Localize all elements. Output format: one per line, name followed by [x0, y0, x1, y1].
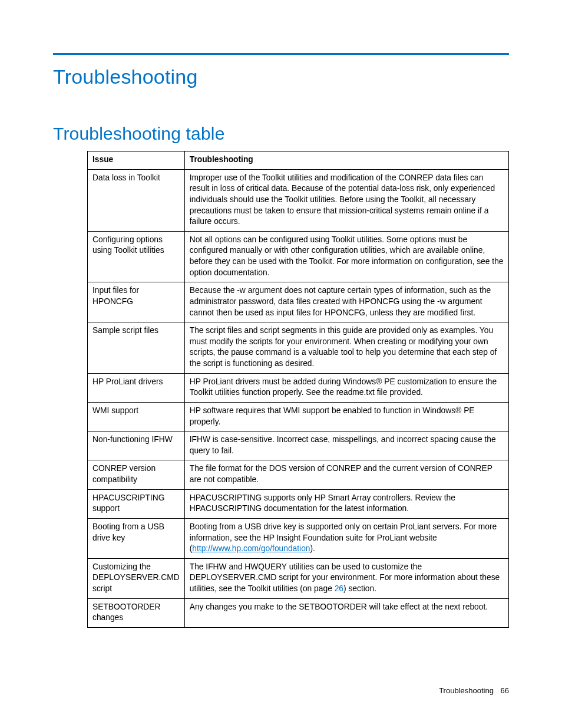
- trouble-cell: IFHW is case-sensitive. Incorrect case, …: [184, 431, 508, 460]
- issue-cell: HPACUSCRIPTING support: [88, 489, 185, 518]
- table-row: Input files for HPONCFG Because the -w a…: [88, 282, 509, 322]
- table-row: HP ProLiant drivers HP ProLiant drivers …: [88, 373, 509, 402]
- issue-cell: SETBOOTORDER changes: [88, 598, 185, 627]
- issue-cell: CONREP version compatibility: [88, 460, 185, 489]
- trouble-cell: Not all options can be configured using …: [184, 231, 508, 282]
- foundation-link[interactable]: http://www.hp.com/go/foundation: [192, 544, 310, 553]
- section-title: Troubleshooting table: [53, 124, 509, 144]
- chapter-title: Troubleshooting: [53, 65, 509, 88]
- issue-cell: Data loss in Toolkit: [88, 169, 185, 231]
- issue-cell: WMI support: [88, 402, 185, 431]
- table-row: HPACUSCRIPTING support HPACUSCRIPTING su…: [88, 489, 509, 518]
- table-row: Configuring options using Toolkit utilit…: [88, 231, 509, 282]
- issue-cell: Input files for HPONCFG: [88, 282, 185, 322]
- col-header-troubleshooting: Troubleshooting: [184, 151, 508, 170]
- troubleshooting-table-wrap: Issue Troubleshooting Data loss in Toolk…: [87, 151, 509, 628]
- trouble-cell: The IFHW and HWQUERY utilities can be us…: [184, 558, 508, 598]
- issue-cell: Non-functioning IFHW: [88, 431, 185, 460]
- footer-label: Troubleshooting: [439, 686, 494, 695]
- issue-cell: HP ProLiant drivers: [88, 373, 185, 402]
- trouble-text-post: ).: [310, 544, 315, 553]
- trouble-cell: Any changes you make to the SETBOOTORDER…: [184, 598, 508, 627]
- issue-cell: Sample script files: [88, 322, 185, 374]
- troubleshooting-table: Issue Troubleshooting Data loss in Toolk…: [87, 151, 509, 628]
- table-row: Data loss in Toolkit Improper use of the…: [88, 169, 509, 231]
- table-row: SETBOOTORDER changes Any changes you mak…: [88, 598, 509, 627]
- trouble-cell: HPACUSCRIPTING supports only HP Smart Ar…: [184, 489, 508, 518]
- table-row: CONREP version compatibility The file fo…: [88, 460, 509, 489]
- table-row: WMI support HP software requires that WM…: [88, 402, 509, 431]
- trouble-cell: The file format for the DOS version of C…: [184, 460, 508, 489]
- trouble-cell: The script files and script segments in …: [184, 322, 508, 374]
- trouble-cell: Booting from a USB drive key is supporte…: [184, 518, 508, 558]
- trouble-cell: HP ProLiant drivers must be added during…: [184, 373, 508, 402]
- top-rule: [53, 53, 509, 55]
- trouble-cell: Improper use of the Toolkit utilities an…: [184, 169, 508, 231]
- table-row: Non-functioning IFHW IFHW is case-sensit…: [88, 431, 509, 460]
- page: Troubleshooting Troubleshooting table Is…: [0, 0, 562, 728]
- trouble-cell: Because the -w argument does not capture…: [184, 282, 508, 322]
- table-row: Booting from a USB drive key Booting fro…: [88, 518, 509, 558]
- page-reference[interactable]: 26: [335, 584, 343, 593]
- issue-cell: Customizing the DEPLOYSERVER.CMD script: [88, 558, 185, 598]
- table-row: Sample script files The script files and…: [88, 322, 509, 374]
- trouble-cell: HP software requires that WMI support be…: [184, 402, 508, 431]
- table-row: Customizing the DEPLOYSERVER.CMD script …: [88, 558, 509, 598]
- issue-cell: Configuring options using Toolkit utilit…: [88, 231, 185, 282]
- page-footer: Troubleshooting 66: [439, 686, 509, 695]
- footer-page-number: 66: [501, 686, 509, 695]
- issue-cell: Booting from a USB drive key: [88, 518, 185, 558]
- col-header-issue: Issue: [88, 151, 185, 170]
- trouble-text-post: ) section.: [343, 584, 376, 593]
- table-header-row: Issue Troubleshooting: [88, 151, 509, 170]
